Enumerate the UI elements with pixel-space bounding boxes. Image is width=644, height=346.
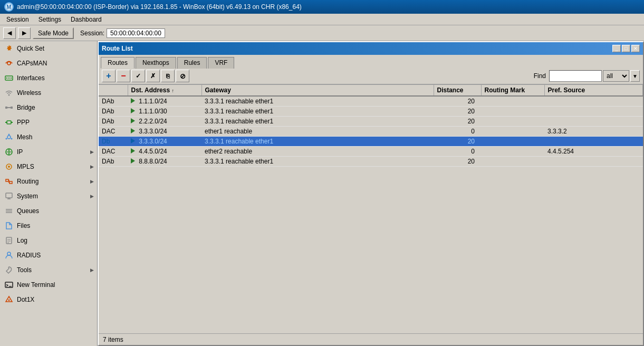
tab-nexthops[interactable]: Nexthops — [136, 57, 176, 69]
sidebar-item-routing[interactable]: Routing — [0, 174, 97, 189]
route-arrow-icon — [131, 98, 135, 103]
add-button[interactable]: + — [102, 70, 116, 82]
cell-gateway: 3.3.3.1 reachable ether1 — [201, 157, 434, 167]
cell-gateway: 3.3.3.1 reachable ether1 — [201, 137, 434, 147]
tab-vrf[interactable]: VRF — [208, 57, 234, 69]
table-row[interactable]: DAb 1.1.1.0/30 3.3.3.1 reachable ether1 … — [99, 107, 643, 117]
table-row[interactable]: DAb 1.1.1.0/24 3.3.3.1 reachable ether1 … — [99, 96, 643, 107]
dst-address-text: 3.3.3.0/24 — [139, 138, 167, 145]
sidebar-item-queues[interactable]: Queues — [0, 204, 97, 218]
sidebar-item-capsman[interactable]: CAPsMAN — [0, 56, 97, 71]
sidebar-label-files: Files — [17, 222, 30, 229]
tab-rules[interactable]: Rules — [177, 57, 207, 69]
flag-text: DAb — [102, 108, 114, 115]
cross-button[interactable]: ✗ — [146, 70, 160, 82]
col-header-routing-mark[interactable]: Routing Mark — [481, 85, 544, 96]
sidebar-item-interfaces[interactable]: Interfaces — [0, 71, 97, 85]
sidebar-item-log[interactable]: Log — [0, 233, 97, 248]
svg-rect-9 — [7, 121, 11, 124]
route-table-container[interactable]: Dst. Address ↑ Gateway Distance Routing … — [99, 84, 643, 324]
sidebar: Quick Set CAPsMAN Interfaces Wireless Br — [0, 41, 98, 346]
find-input[interactable] — [549, 70, 602, 82]
menu-session[interactable]: Session — [2, 15, 33, 24]
minimize-button[interactable]: _ — [612, 45, 621, 52]
sidebar-label-new-terminal: New Terminal — [17, 281, 55, 289]
cell-pref-source — [544, 137, 643, 147]
svg-point-17 — [8, 166, 10, 168]
menu-dashboard[interactable]: Dashboard — [66, 15, 106, 24]
table-row[interactable]: DAC 3.3.3.0/24 ether1 reachable 0 3.3.3.… — [99, 127, 643, 137]
cell-routing-mark — [481, 117, 544, 127]
menu-settings[interactable]: Settings — [34, 15, 65, 24]
sidebar-item-ip[interactable]: IP — [0, 145, 97, 159]
sidebar-item-new-terminal[interactable]: New Terminal — [0, 277, 97, 292]
cell-dst-address: 3.3.3.0/24 — [128, 137, 201, 147]
cell-flags: DAC — [99, 147, 128, 157]
tab-routes[interactable]: Routes — [101, 57, 134, 69]
dst-address-text: 3.3.3.0/24 — [139, 128, 167, 135]
svg-rect-18 — [6, 193, 12, 198]
sidebar-label-routing: Routing — [17, 178, 39, 185]
main-layout: Quick Set CAPsMAN Interfaces Wireless Br — [0, 41, 644, 346]
safe-mode-button[interactable]: Safe Mode — [33, 27, 74, 39]
table-row[interactable]: DAb 8.8.8.0/24 3.3.3.1 reachable ether1 … — [99, 157, 643, 167]
sidebar-label-queues: Queues — [17, 207, 39, 215]
bridge-icon — [4, 103, 14, 112]
cell-distance: 20 — [434, 107, 481, 117]
sidebar-item-mpls[interactable]: MPLS — [0, 159, 97, 174]
close-button[interactable]: ✕ — [631, 45, 640, 52]
gateway-text: 3.3.3.1 reachable ether1 — [205, 118, 273, 125]
sidebar-item-mesh[interactable]: Mesh — [0, 130, 97, 145]
find-dropdown[interactable]: all — [603, 70, 629, 82]
gateway-text: ether1 reachable — [205, 128, 252, 135]
cell-pref-source — [544, 157, 643, 167]
col-header-pref-source[interactable]: Pref. Source — [544, 85, 643, 96]
sidebar-item-radius[interactable]: RADIUS — [0, 248, 97, 263]
content-area: Route List _ □ ✕ Routes Nexthops Rules V… — [98, 41, 644, 346]
copy-button[interactable]: ⎘ — [161, 70, 175, 82]
col-header-dst-address[interactable]: Dst. Address ↑ — [128, 85, 201, 96]
flag-text: DAb — [102, 158, 114, 165]
cell-routing-mark — [481, 137, 544, 147]
status-bar: 7 items — [99, 333, 643, 345]
col-header-flags[interactable] — [99, 85, 128, 96]
remove-button[interactable]: − — [117, 70, 130, 82]
cell-distance: 0 — [434, 147, 481, 157]
system-icon — [4, 191, 14, 201]
dot1x-icon — [4, 295, 14, 304]
flag-text: DAb — [102, 98, 114, 105]
distance-text: 20 — [468, 138, 475, 145]
table-row[interactable]: Db 3.3.3.0/24 3.3.3.1 reachable ether1 2… — [99, 137, 643, 147]
sidebar-item-quick-set[interactable]: Quick Set — [0, 41, 97, 56]
sidebar-item-files[interactable]: Files — [0, 218, 97, 233]
sidebar-item-ppp[interactable]: PPP — [0, 115, 97, 130]
ppp-icon — [4, 118, 14, 127]
filter-button[interactable]: ⊘ — [176, 70, 189, 82]
distance-text: 0 — [471, 148, 475, 155]
route-table-body: DAb 1.1.1.0/24 3.3.3.1 reachable ether1 … — [99, 96, 643, 167]
maximize-button[interactable]: □ — [622, 45, 630, 52]
back-button[interactable]: ◀ — [3, 27, 16, 39]
sidebar-item-bridge[interactable]: Bridge — [0, 100, 97, 115]
table-row[interactable]: DAb 2.2.2.0/24 3.3.3.1 reachable ether1 … — [99, 117, 643, 127]
forward-button[interactable]: ▶ — [18, 27, 31, 39]
sidebar-item-wireless[interactable]: Wireless — [0, 85, 97, 100]
mesh-icon — [4, 132, 14, 142]
gateway-text: 3.3.3.1 reachable ether1 — [205, 98, 273, 105]
check-button[interactable]: ✓ — [131, 70, 145, 82]
find-label: Find — [534, 72, 546, 80]
col-header-gateway[interactable]: Gateway — [201, 85, 434, 96]
sidebar-item-dot1x[interactable]: Dot1X — [0, 292, 97, 307]
flag-text: DAC — [102, 148, 115, 155]
sidebar-label-dot1x: Dot1X — [17, 296, 34, 303]
col-header-distance[interactable]: Distance — [434, 85, 481, 96]
sidebar-label-system: System — [17, 193, 38, 200]
cell-pref-source: 3.3.3.2 — [544, 127, 643, 137]
find-dropdown-arrow[interactable]: ▼ — [630, 70, 640, 82]
sidebar-item-tools[interactable]: Tools — [0, 263, 97, 277]
table-row[interactable]: DAC 4.4.5.0/24 ether2 reachable 0 4.4.5.… — [99, 147, 643, 157]
sidebar-item-system[interactable]: System — [0, 189, 97, 204]
gateway-text: 3.3.3.1 reachable ether1 — [205, 108, 273, 115]
cell-gateway: ether2 reachable — [201, 147, 434, 157]
sidebar-label-quick-set: Quick Set — [17, 45, 44, 52]
